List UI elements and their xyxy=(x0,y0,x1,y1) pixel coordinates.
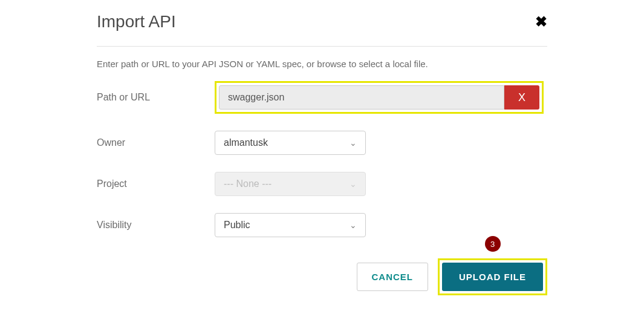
project-label: Project xyxy=(97,179,215,189)
visibility-select[interactable]: Public ⌄ xyxy=(215,213,366,237)
modal-title: Import API xyxy=(97,12,176,31)
path-highlight: X xyxy=(215,81,544,114)
cancel-button[interactable]: CANCEL xyxy=(357,263,429,291)
upload-file-button[interactable]: UPLOAD FILE xyxy=(442,263,543,291)
project-value: --- None --- xyxy=(224,179,272,189)
visibility-value: Public xyxy=(224,220,250,231)
chevron-down-icon: ⌄ xyxy=(350,138,357,148)
import-api-modal: Import API ✖ Enter path or URL to your A… xyxy=(0,0,644,295)
visibility-row: Visibility Public ⌄ xyxy=(97,213,547,237)
owner-value: almantusk xyxy=(224,137,268,148)
action-row: CANCEL 3 UPLOAD FILE xyxy=(97,258,547,295)
close-icon[interactable]: ✖ xyxy=(535,15,547,29)
annotation-badge: 3 xyxy=(485,236,501,252)
upload-highlight: 3 UPLOAD FILE xyxy=(438,258,547,295)
project-row: Project --- None --- ⌄ xyxy=(97,172,547,196)
project-select: --- None --- ⌄ xyxy=(215,172,366,196)
owner-select[interactable]: almantusk ⌄ xyxy=(215,131,366,155)
path-label: Path or URL xyxy=(97,92,215,103)
path-input[interactable] xyxy=(219,85,504,110)
owner-row: Owner almantusk ⌄ xyxy=(97,131,547,155)
path-input-group: X xyxy=(219,85,539,110)
instruction-text: Enter path or URL to your API JSON or YA… xyxy=(97,59,547,69)
chevron-down-icon: ⌄ xyxy=(350,220,357,230)
clear-path-button[interactable]: X xyxy=(504,85,539,110)
chevron-down-icon: ⌄ xyxy=(350,179,357,189)
owner-label: Owner xyxy=(97,137,215,148)
path-row: Path or URL X xyxy=(97,81,547,114)
modal-header: Import API ✖ xyxy=(97,12,547,47)
visibility-label: Visibility xyxy=(97,220,215,231)
